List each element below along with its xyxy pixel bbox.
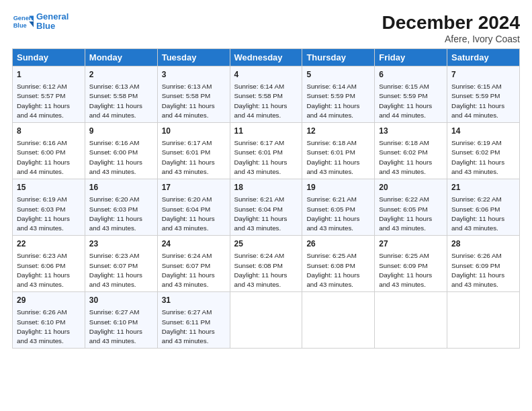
cell-info: Sunrise: 6:20 AM Sunset: 6:04 PM Dayligh… xyxy=(162,195,215,232)
logo-text: General Blue xyxy=(36,12,69,32)
calendar-cell: 27Sunrise: 6:25 AM Sunset: 6:09 PM Dayli… xyxy=(375,236,447,292)
logo-line1: General xyxy=(36,12,69,21)
day-number: 10 xyxy=(162,126,226,136)
calendar-cell: 28Sunrise: 6:26 AM Sunset: 6:09 PM Dayli… xyxy=(447,236,520,292)
calendar-cell: 4Sunrise: 6:14 AM Sunset: 5:58 PM Daylig… xyxy=(230,66,302,123)
calendar-cell: 22Sunrise: 6:23 AM Sunset: 6:06 PM Dayli… xyxy=(13,236,85,292)
day-number: 4 xyxy=(234,69,298,80)
cell-info: Sunrise: 6:24 AM Sunset: 6:08 PM Dayligh… xyxy=(234,252,287,288)
calendar-week-row: 15Sunrise: 6:19 AM Sunset: 6:03 PM Dayli… xyxy=(13,179,520,236)
day-number: 27 xyxy=(379,238,443,249)
day-number: 16 xyxy=(89,182,153,193)
calendar-cell xyxy=(375,292,447,349)
calendar-cell: 5Sunrise: 6:14 AM Sunset: 5:59 PM Daylig… xyxy=(302,66,375,123)
cell-info: Sunrise: 6:18 AM Sunset: 6:02 PM Dayligh… xyxy=(379,139,432,175)
day-number: 3 xyxy=(162,69,226,80)
header: General Blue General Blue December 2024 … xyxy=(12,12,520,44)
calendar-cell: 16Sunrise: 6:20 AM Sunset: 6:03 PM Dayli… xyxy=(85,179,157,236)
calendar-cell: 10Sunrise: 6:17 AM Sunset: 6:01 PM Dayli… xyxy=(157,123,230,179)
day-number: 20 xyxy=(379,182,443,193)
day-number: 13 xyxy=(379,126,443,136)
calendar-cell: 20Sunrise: 6:22 AM Sunset: 6:05 PM Dayli… xyxy=(375,179,447,236)
calendar-cell: 9Sunrise: 6:16 AM Sunset: 6:00 PM Daylig… xyxy=(85,123,157,179)
cell-info: Sunrise: 6:17 AM Sunset: 6:01 PM Dayligh… xyxy=(162,139,215,175)
cell-info: Sunrise: 6:27 AM Sunset: 6:11 PM Dayligh… xyxy=(162,308,215,345)
day-number: 5 xyxy=(306,69,370,80)
calendar-cell: 29Sunrise: 6:26 AM Sunset: 6:10 PM Dayli… xyxy=(13,292,85,349)
cell-info: Sunrise: 6:19 AM Sunset: 6:02 PM Dayligh… xyxy=(451,139,504,175)
calendar-header-cell: Tuesday xyxy=(157,49,230,66)
day-number: 1 xyxy=(17,69,81,80)
calendar-cell: 26Sunrise: 6:25 AM Sunset: 6:08 PM Dayli… xyxy=(302,236,375,292)
cell-info: Sunrise: 6:15 AM Sunset: 5:59 PM Dayligh… xyxy=(451,83,504,119)
calendar-header-cell: Sunday xyxy=(13,49,85,66)
calendar-header-cell: Wednesday xyxy=(230,49,302,66)
cell-info: Sunrise: 6:20 AM Sunset: 6:03 PM Dayligh… xyxy=(89,195,142,232)
calendar-cell: 2Sunrise: 6:13 AM Sunset: 5:58 PM Daylig… xyxy=(85,66,157,123)
calendar-cell xyxy=(302,292,375,349)
calendar-cell: 31Sunrise: 6:27 AM Sunset: 6:11 PM Dayli… xyxy=(157,292,230,349)
calendar-body: 1Sunrise: 6:12 AM Sunset: 5:57 PM Daylig… xyxy=(13,66,520,349)
day-number: 25 xyxy=(234,238,298,249)
calendar-cell: 19Sunrise: 6:21 AM Sunset: 6:05 PM Dayli… xyxy=(302,179,375,236)
cell-info: Sunrise: 6:13 AM Sunset: 5:58 PM Dayligh… xyxy=(89,83,142,119)
calendar-header-cell: Saturday xyxy=(447,49,520,66)
calendar-cell: 23Sunrise: 6:23 AM Sunset: 6:07 PM Dayli… xyxy=(85,236,157,292)
calendar-cell: 14Sunrise: 6:19 AM Sunset: 6:02 PM Dayli… xyxy=(447,123,520,179)
day-number: 18 xyxy=(234,182,298,193)
day-number: 28 xyxy=(451,238,515,249)
calendar-header-row: SundayMondayTuesdayWednesdayThursdayFrid… xyxy=(13,49,520,66)
day-number: 7 xyxy=(451,69,515,80)
calendar-cell: 18Sunrise: 6:21 AM Sunset: 6:04 PM Dayli… xyxy=(230,179,302,236)
main-title: December 2024 xyxy=(382,12,520,34)
calendar-week-row: 29Sunrise: 6:26 AM Sunset: 6:10 PM Dayli… xyxy=(13,292,520,349)
cell-info: Sunrise: 6:22 AM Sunset: 6:05 PM Dayligh… xyxy=(379,195,432,232)
calendar-cell: 3Sunrise: 6:13 AM Sunset: 5:58 PM Daylig… xyxy=(157,66,230,123)
day-number: 30 xyxy=(89,295,153,306)
day-number: 8 xyxy=(17,126,81,136)
calendar-header-cell: Friday xyxy=(375,49,447,66)
cell-info: Sunrise: 6:23 AM Sunset: 6:06 PM Dayligh… xyxy=(17,252,70,288)
cell-info: Sunrise: 6:13 AM Sunset: 5:58 PM Dayligh… xyxy=(162,83,215,119)
day-number: 29 xyxy=(17,295,81,306)
logo: General Blue General Blue xyxy=(12,12,69,32)
cell-info: Sunrise: 6:23 AM Sunset: 6:07 PM Dayligh… xyxy=(89,252,142,288)
cell-info: Sunrise: 6:12 AM Sunset: 5:57 PM Dayligh… xyxy=(17,83,70,119)
cell-info: Sunrise: 6:25 AM Sunset: 6:08 PM Dayligh… xyxy=(306,252,359,288)
cell-info: Sunrise: 6:15 AM Sunset: 5:59 PM Dayligh… xyxy=(379,83,432,119)
day-number: 2 xyxy=(89,69,153,80)
logo-icon: General Blue xyxy=(12,12,34,31)
logo-line2: Blue xyxy=(36,21,69,31)
calendar-header-cell: Monday xyxy=(85,49,157,66)
page: General Blue General Blue December 2024 … xyxy=(0,0,532,411)
day-number: 14 xyxy=(451,126,515,136)
subtitle: Afere, Ivory Coast xyxy=(382,34,520,44)
cell-info: Sunrise: 6:16 AM Sunset: 6:00 PM Dayligh… xyxy=(89,139,142,175)
calendar-week-row: 1Sunrise: 6:12 AM Sunset: 5:57 PM Daylig… xyxy=(13,66,520,123)
day-number: 17 xyxy=(162,182,226,193)
day-number: 6 xyxy=(379,69,443,80)
day-number: 26 xyxy=(306,238,370,249)
calendar-cell xyxy=(230,292,302,349)
cell-info: Sunrise: 6:16 AM Sunset: 6:00 PM Dayligh… xyxy=(17,139,70,175)
day-number: 12 xyxy=(306,126,370,136)
calendar-cell: 12Sunrise: 6:18 AM Sunset: 6:01 PM Dayli… xyxy=(302,123,375,179)
calendar-cell: 13Sunrise: 6:18 AM Sunset: 6:02 PM Dayli… xyxy=(375,123,447,179)
cell-info: Sunrise: 6:21 AM Sunset: 6:05 PM Dayligh… xyxy=(306,195,359,232)
calendar-week-row: 22Sunrise: 6:23 AM Sunset: 6:06 PM Dayli… xyxy=(13,236,520,292)
day-number: 31 xyxy=(162,295,226,306)
cell-info: Sunrise: 6:21 AM Sunset: 6:04 PM Dayligh… xyxy=(234,195,287,232)
day-number: 22 xyxy=(17,238,81,249)
calendar-header-cell: Thursday xyxy=(302,49,375,66)
day-number: 15 xyxy=(17,182,81,193)
calendar-cell: 7Sunrise: 6:15 AM Sunset: 5:59 PM Daylig… xyxy=(447,66,520,123)
calendar-table: SundayMondayTuesdayWednesdayThursdayFrid… xyxy=(12,48,520,349)
calendar-week-row: 8Sunrise: 6:16 AM Sunset: 6:00 PM Daylig… xyxy=(13,123,520,179)
cell-info: Sunrise: 6:25 AM Sunset: 6:09 PM Dayligh… xyxy=(379,252,432,288)
cell-info: Sunrise: 6:17 AM Sunset: 6:01 PM Dayligh… xyxy=(234,139,287,175)
day-number: 19 xyxy=(306,182,370,193)
calendar-cell: 17Sunrise: 6:20 AM Sunset: 6:04 PM Dayli… xyxy=(157,179,230,236)
title-block: December 2024 Afere, Ivory Coast xyxy=(382,12,520,44)
calendar-cell: 30Sunrise: 6:27 AM Sunset: 6:10 PM Dayli… xyxy=(85,292,157,349)
cell-info: Sunrise: 6:26 AM Sunset: 6:10 PM Dayligh… xyxy=(17,308,70,345)
